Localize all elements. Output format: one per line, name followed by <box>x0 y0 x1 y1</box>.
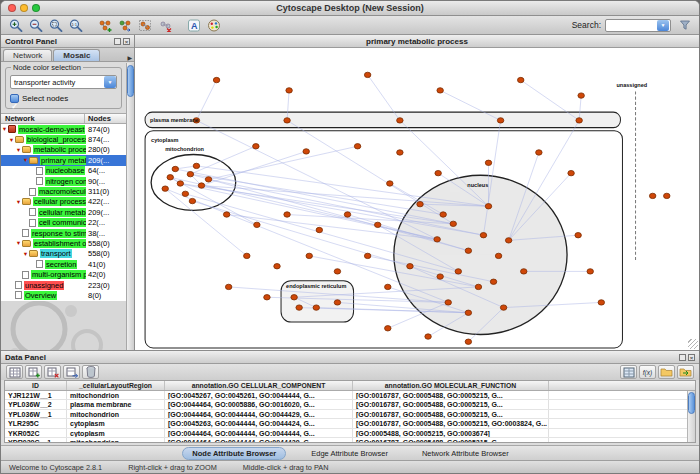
select-attributes-button[interactable] <box>6 365 23 379</box>
network-node[interactable] <box>364 72 370 77</box>
column-header[interactable]: annotation.GO CELLULAR_COMPONENT <box>165 381 353 390</box>
network-node[interactable] <box>490 279 496 284</box>
network-node[interactable] <box>274 264 280 269</box>
expand-arrow-icon[interactable]: ▼ <box>22 249 29 259</box>
network-node[interactable] <box>465 248 471 253</box>
resize-grip[interactable] <box>688 339 698 349</box>
float-panel-icon[interactable] <box>679 354 686 361</box>
network-node[interactable] <box>385 284 391 289</box>
network-node[interactable] <box>344 212 350 217</box>
search-config-button[interactable] <box>675 17 694 33</box>
network-node[interactable] <box>497 118 503 123</box>
scrollbar-thumb[interactable] <box>127 65 134 97</box>
window-titlebar[interactable]: Cytoscape Desktop (New Session) <box>1 1 699 16</box>
network-node[interactable] <box>397 118 403 123</box>
network-node[interactable] <box>397 150 403 155</box>
network-node[interactable] <box>417 201 423 206</box>
network-node[interactable] <box>445 300 451 305</box>
close-panel-icon[interactable] <box>123 38 130 45</box>
destroy-network-button[interactable] <box>155 17 174 33</box>
network-node[interactable] <box>205 177 211 182</box>
tree-row[interactable]: Overview8(0) <box>1 290 126 300</box>
network-node[interactable] <box>440 212 446 217</box>
expand-arrow-icon[interactable]: ▼ <box>1 124 8 134</box>
tree-row[interactable]: secretion41(0) <box>1 259 126 269</box>
column-header[interactable]: ID <box>5 381 67 390</box>
import-attributes-button[interactable] <box>63 365 80 379</box>
control-panel-scrollbar[interactable] <box>126 63 134 350</box>
network-graph[interactable]: plasma membranecytoplasmmitochondrionnuc… <box>135 48 699 350</box>
table-scrollbar[interactable] <box>687 391 695 442</box>
network-node[interactable] <box>455 269 461 274</box>
open-folder-button[interactable] <box>658 365 675 379</box>
network-node[interactable] <box>284 118 290 123</box>
tab-network[interactable]: Network <box>3 49 52 61</box>
delete-attribute-button[interactable] <box>44 365 61 379</box>
expand-arrow-icon[interactable]: ▼ <box>15 238 22 248</box>
network-node[interactable] <box>303 149 309 154</box>
network-node[interactable] <box>244 253 250 258</box>
tree-row[interactable]: multi-organism pro42(0) <box>1 269 126 279</box>
network-node[interactable] <box>664 193 670 198</box>
network-node[interactable] <box>264 295 270 300</box>
import-network-button[interactable] <box>115 17 134 33</box>
network-node[interactable] <box>435 170 441 175</box>
network-node[interactable] <box>385 326 391 331</box>
zoom-in-button[interactable] <box>6 17 25 33</box>
tree-row[interactable]: cell communica22(... <box>1 218 126 228</box>
table-row[interactable]: YJR121W__1mitochondrion[GO:0045267, GO:0… <box>5 391 695 400</box>
network-node[interactable] <box>576 118 582 123</box>
network-node[interactable] <box>437 88 443 93</box>
network-node[interactable] <box>172 166 178 171</box>
create-attribute-button[interactable] <box>25 365 42 379</box>
tree-row[interactable]: response to stimul38(... <box>1 228 126 238</box>
tree-column-nodes[interactable]: Nodes <box>85 114 111 123</box>
tab-mosaic[interactable]: Mosaic <box>53 49 100 61</box>
network-node[interactable] <box>495 253 501 258</box>
tab-node-attribute-browser[interactable]: Node Attribute Browser <box>182 447 286 460</box>
network-node[interactable] <box>198 183 204 188</box>
network-node[interactable] <box>568 170 574 175</box>
import-folder-button[interactable] <box>677 365 694 379</box>
network-node[interactable] <box>223 212 229 217</box>
tree-column-network[interactable]: Network <box>1 114 85 123</box>
network-node[interactable] <box>284 212 290 217</box>
tree-row[interactable]: macromolecule311(0) <box>1 186 126 196</box>
tree-row[interactable]: ▼biological_process874(... <box>1 134 126 144</box>
network-node[interactable] <box>162 186 168 191</box>
tree-row[interactable]: ▼primary metabo209(... <box>1 155 126 165</box>
expand-arrow-icon[interactable]: ▼ <box>15 197 22 207</box>
network-node[interactable] <box>407 264 413 269</box>
network-node[interactable] <box>213 77 219 82</box>
network-node[interactable] <box>425 334 431 339</box>
network-node[interactable] <box>313 305 319 310</box>
network-node[interactable] <box>291 295 297 300</box>
attribute-matrix-button[interactable] <box>620 365 637 379</box>
formula-builder-button[interactable] <box>639 365 656 379</box>
network-node[interactable] <box>480 233 486 238</box>
network-node[interactable] <box>306 253 312 258</box>
network-node[interactable] <box>193 163 199 168</box>
expand-arrow-icon[interactable]: ▼ <box>15 145 22 155</box>
network-node[interactable] <box>465 310 471 315</box>
float-panel-icon[interactable] <box>114 38 121 45</box>
node-color-dropdown[interactable]: transporter activity <box>10 75 117 89</box>
network-node[interactable] <box>316 227 322 232</box>
network-node[interactable] <box>518 77 524 82</box>
network-node[interactable] <box>649 193 655 198</box>
network-node[interactable] <box>485 204 491 209</box>
table-row[interactable]: YPL036W__2plasma membrane[GO:0044464, GO… <box>5 400 695 409</box>
network-node[interactable] <box>450 221 456 226</box>
network-node[interactable] <box>598 300 604 305</box>
zoom-window-button[interactable] <box>32 4 40 12</box>
network-node[interactable] <box>587 269 593 274</box>
table-row[interactable]: YKR052Ccytoplasm[GO:0044464, GO:0044444,… <box>5 429 695 438</box>
expand-arrow-icon[interactable]: ▼ <box>22 155 29 165</box>
table-row[interactable]: YLR295Ccytoplasm[GO:0045263, GO:0044444,… <box>5 419 695 428</box>
tab-overflow-arrow-icon[interactable] <box>127 54 132 61</box>
network-node[interactable] <box>334 269 340 274</box>
network-node[interactable] <box>254 222 260 227</box>
network-node[interactable] <box>177 181 183 186</box>
network-node[interactable] <box>387 181 393 186</box>
annotation-button[interactable]: A <box>184 17 203 33</box>
